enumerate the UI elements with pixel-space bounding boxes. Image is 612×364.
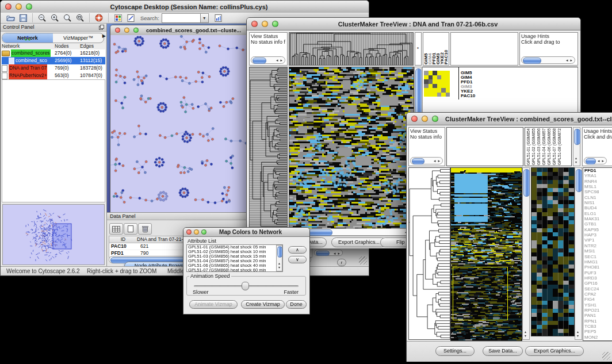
column-header[interactable]: Network bbox=[2, 43, 55, 49]
scrollbar-thumb[interactable] bbox=[523, 169, 530, 197]
column-header[interactable]: Nodes bbox=[55, 43, 80, 49]
network-row[interactable]: combined_sco2569(6)13112(15) bbox=[2, 57, 105, 64]
zoom-out-button[interactable] bbox=[36, 13, 48, 23]
export-graphics--button[interactable]: Export Graphics... bbox=[525, 346, 584, 356]
network-view-window-1[interactable]: combined_scores_good.txt--cluste... bbox=[110, 25, 249, 213]
zoom-button[interactable] bbox=[133, 28, 139, 33]
gene-label: FIG4 bbox=[584, 297, 612, 302]
tab-network[interactable]: Network bbox=[2, 33, 53, 43]
scrollbar-thumb[interactable] bbox=[316, 251, 330, 256]
tv2-top-vscrollbar[interactable] bbox=[573, 127, 580, 166]
animation-speed-label: Animation Speed bbox=[189, 273, 231, 279]
tv1-splitter[interactable] bbox=[415, 32, 422, 66]
tv1-zoom-heatmap[interactable] bbox=[424, 71, 450, 97]
id-column-header[interactable]: ID bbox=[109, 236, 137, 243]
tv1-titlebar[interactable]: ClusterMaker TreeView : DNA and Tran 07-… bbox=[247, 18, 580, 30]
zoom-button[interactable] bbox=[26, 3, 32, 10]
zoom-button[interactable] bbox=[272, 21, 278, 27]
partially-hidden-button[interactable]: r bbox=[337, 259, 346, 266]
network-row[interactable]: combined_scores2764(0)16218(0) bbox=[2, 49, 105, 57]
network-overview-thumbnail[interactable] bbox=[2, 204, 105, 265]
dialog-titlebar[interactable]: Map Colors to Network bbox=[183, 228, 309, 237]
scrollbar-thumb[interactable] bbox=[574, 129, 580, 145]
tv1-empty-panel bbox=[450, 32, 518, 66]
scrollbar-thumb[interactable] bbox=[253, 58, 266, 64]
tv2-titlebar[interactable]: ClusterMaker TreeView : combined_scores_… bbox=[407, 113, 612, 125]
attribute-list-item[interactable]: GPL51-07 (GSM868) heat shock 60 min bbox=[188, 268, 282, 272]
export-graphics--button[interactable]: Export Graphics... bbox=[331, 237, 387, 247]
attribute-list[interactable]: GPL51-01 (GSM854) heat shock 05 minGPL51… bbox=[186, 244, 283, 272]
network-list-area[interactable] bbox=[2, 79, 105, 202]
minimize-button[interactable] bbox=[124, 28, 129, 33]
close-button[interactable] bbox=[186, 229, 192, 235]
create-vizmap-button[interactable]: Create Vizmap bbox=[241, 300, 285, 309]
tab-overflow-icon[interactable]: ▶ bbox=[102, 33, 106, 39]
column-header[interactable]: Edges bbox=[80, 43, 105, 49]
report-button[interactable] bbox=[212, 13, 225, 23]
move-up-button[interactable]: ∧ bbox=[288, 246, 307, 254]
close-button[interactable] bbox=[5, 3, 12, 10]
close-button[interactable] bbox=[115, 28, 120, 33]
zoom-fit-button[interactable] bbox=[74, 13, 86, 23]
speed-slider-thumb[interactable] bbox=[242, 282, 249, 290]
minimize-button[interactable] bbox=[194, 229, 199, 235]
tab-vizmapper[interactable]: VizMapper™ bbox=[53, 33, 104, 43]
scrollbar-thumb[interactable] bbox=[576, 169, 582, 192]
tv1-usage-hints-panel: Usage Hints Click and drag to bbox=[519, 32, 578, 66]
tv1-heatmap[interactable] bbox=[289, 67, 414, 229]
heatmap-cell bbox=[441, 71, 446, 75]
new-attribute-icon[interactable] bbox=[124, 223, 137, 235]
resize-grip[interactable] bbox=[602, 352, 610, 360]
done-button[interactable]: Done bbox=[286, 300, 307, 309]
move-down-button[interactable]: ∨ bbox=[288, 256, 307, 263]
tv2-zoom-vscrollbar[interactable] bbox=[575, 167, 582, 340]
minimize-button[interactable] bbox=[16, 3, 22, 10]
usage-hints-scrollbar[interactable] bbox=[584, 157, 607, 164]
scrollbar-thumb[interactable] bbox=[523, 58, 541, 64]
tv2-heatmap[interactable] bbox=[450, 167, 522, 341]
tv1-column-dendrogram[interactable] bbox=[289, 32, 414, 66]
close-button[interactable] bbox=[411, 116, 418, 122]
network-row[interactable]: RNAPuberNov2+563(0)107847(0) bbox=[2, 72, 105, 79]
scrollbar-thumb[interactable] bbox=[412, 158, 424, 164]
hidden-panel-hscrollbar[interactable] bbox=[314, 250, 343, 256]
search-dropdown-icon[interactable]: ▼ bbox=[201, 13, 209, 23]
minimize-button[interactable] bbox=[422, 116, 428, 122]
tv2-vscrollbar[interactable] bbox=[522, 167, 530, 340]
open-file-button[interactable] bbox=[4, 13, 17, 23]
close-button[interactable] bbox=[251, 21, 258, 27]
tv2-zoom-heatmap[interactable] bbox=[531, 167, 575, 336]
tv2-column-dendrogram[interactable] bbox=[446, 127, 523, 166]
delete-attribute-trash-icon[interactable] bbox=[138, 223, 152, 235]
attribute-table-icon[interactable] bbox=[109, 223, 123, 235]
annotation-button[interactable] bbox=[124, 13, 137, 23]
gene-label: PAC10 bbox=[461, 94, 475, 98]
animate-vizmap-button[interactable]: Animate Vizmap bbox=[189, 300, 238, 309]
minimize-button[interactable] bbox=[262, 21, 268, 27]
zoom-button[interactable] bbox=[201, 229, 206, 235]
view-status-scrollbar[interactable] bbox=[410, 157, 443, 164]
tv2-view-status-panel: View Status No status info bbox=[408, 127, 445, 166]
zoom-selected-button[interactable] bbox=[61, 13, 74, 23]
save-session-button[interactable] bbox=[17, 13, 29, 23]
attribute-list-scrollbar[interactable] bbox=[276, 245, 282, 271]
zoom-button[interactable] bbox=[432, 116, 438, 122]
help-lifering-icon[interactable] bbox=[93, 13, 105, 23]
save-data--button[interactable]: Save Data... bbox=[483, 346, 523, 356]
network-row[interactable]: DNA and Tran 07769(0)183728(0) bbox=[2, 64, 105, 72]
view-status-scrollbar[interactable] bbox=[251, 56, 285, 64]
settings--button[interactable]: Settings... bbox=[435, 346, 475, 356]
resize-grip[interactable] bbox=[359, 256, 367, 265]
zoom-in-button[interactable] bbox=[48, 13, 61, 23]
child1-titlebar[interactable]: combined_scores_good.txt--cluste... bbox=[110, 25, 248, 36]
vizmap-button[interactable] bbox=[112, 13, 124, 23]
tv1-row-dendrogram[interactable] bbox=[249, 67, 288, 228]
network-canvas-1[interactable] bbox=[110, 35, 248, 213]
float-panel-icon[interactable] bbox=[99, 25, 104, 30]
scrollbar-thumb[interactable] bbox=[277, 246, 282, 258]
search-input[interactable] bbox=[162, 13, 201, 23]
scrollbar-thumb[interactable] bbox=[586, 158, 596, 164]
usage-hints-scrollbar[interactable] bbox=[521, 56, 575, 64]
main-titlebar[interactable]: Cytoscape Desktop (Session Name: collins… bbox=[1, 1, 369, 13]
tv2-row-dendrogram[interactable] bbox=[408, 167, 450, 340]
